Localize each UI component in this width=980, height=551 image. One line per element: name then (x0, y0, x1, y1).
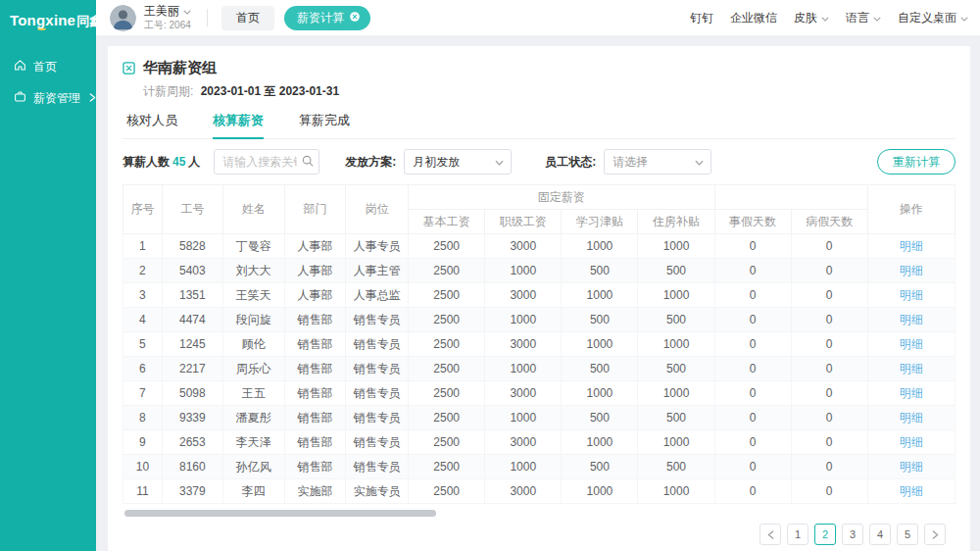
status-select[interactable]: 请选择 (604, 149, 711, 175)
sidebar-item-payroll[interactable]: 薪资管理 (0, 83, 96, 113)
cell-department: 销售部 (284, 357, 346, 381)
cell-department: 人事部 (284, 234, 346, 259)
cell-personal-leave-days: 0 (714, 332, 791, 357)
cell-name: 孙亿风 (222, 455, 284, 479)
col-name: 姓名 (222, 185, 284, 234)
table-row: 25403刘大大人事部人事主管2500100050050000明细 (123, 259, 956, 283)
page-title: 华南薪资组 (143, 59, 217, 77)
headcount-value: 45 (172, 155, 185, 169)
cell-study-allowance: 500 (562, 406, 638, 430)
cell-personal-leave-days: 0 (714, 308, 791, 332)
scrollbar-thumb[interactable] (124, 510, 436, 517)
cell-housing-allowance: 500 (638, 308, 714, 332)
search-icon[interactable] (302, 155, 314, 170)
user-menu[interactable]: 王美丽 (144, 5, 191, 18)
table-body: 15828丁曼容人事部人事专员250030001000100000明细25403… (123, 234, 956, 504)
cell-base-salary: 2500 (409, 455, 485, 479)
pay-period-value: 2023-01-01 至 2023-01-31 (201, 84, 339, 98)
close-circle-icon[interactable] (349, 11, 361, 25)
detail-link[interactable]: 明细 (900, 435, 923, 449)
detail-link[interactable]: 明细 (900, 460, 923, 474)
cell-grade-salary: 3000 (485, 381, 562, 406)
cell-housing-allowance: 1000 (638, 430, 714, 455)
cell-name: 丁曼容 (222, 234, 284, 259)
salary-group-icon[interactable] (122, 62, 135, 75)
tab-calc-salary[interactable]: 核算薪资 (213, 112, 264, 138)
cell-employee-no: 5828 (162, 234, 222, 259)
sidebar: Tongxine同鑫 首页 薪资管理 (0, 0, 96, 551)
next-page-button[interactable] (924, 524, 946, 545)
cell-actions: 明细 (867, 406, 955, 430)
cell-employee-no: 2217 (162, 357, 222, 381)
table-row: 62217周乐心销售部销售专员2500100050050000明细 (123, 357, 956, 381)
cell-employee-no: 5098 (162, 381, 222, 406)
sidebar-item-home[interactable]: 首页 (0, 52, 96, 81)
menu-dingtalk[interactable]: 钉钉 (690, 10, 713, 26)
home-icon (14, 59, 26, 75)
menu-custom-desktop[interactable]: 自定义桌面 (898, 10, 968, 26)
page-button-3[interactable]: 3 (842, 524, 863, 545)
plan-select[interactable]: 月初发放 (404, 149, 512, 175)
cell-base-salary: 2500 (409, 357, 485, 381)
col-group-fixed-salary: 固定薪资 (409, 185, 714, 210)
user-info: 王美丽 工号: 2064 (144, 5, 191, 30)
page-button-4[interactable]: 4 (869, 524, 891, 545)
cell-department: 销售部 (284, 381, 346, 406)
col-employee-no: 工号 (162, 185, 222, 234)
cell-grade-salary: 3000 (485, 430, 562, 455)
brand-logo[interactable]: Tongxine同鑫 (0, 0, 96, 30)
prev-page-button[interactable] (760, 524, 781, 545)
menu-language[interactable]: 语言 (846, 10, 881, 26)
detail-link[interactable]: 明细 (900, 484, 923, 498)
cell-study-allowance: 1000 (562, 234, 638, 259)
cell-index: 1 (123, 234, 163, 259)
tab-calc-done[interactable]: 算薪完成 (299, 112, 350, 138)
menu-skin[interactable]: 皮肤 (794, 10, 829, 26)
tab-verify-staff[interactable]: 核对人员 (126, 112, 177, 138)
cell-sick-leave-days: 0 (791, 308, 867, 332)
cell-position: 人事主管 (346, 259, 409, 283)
detail-link[interactable]: 明细 (900, 313, 923, 326)
chevron-down-icon (960, 11, 968, 25)
cell-name: 王笑天 (222, 283, 284, 308)
plan-select-value: 月初发放 (413, 154, 460, 171)
cell-actions: 明细 (867, 308, 955, 332)
cell-personal-leave-days: 0 (714, 479, 791, 504)
cell-index: 11 (123, 479, 163, 504)
detail-link[interactable]: 明细 (900, 288, 923, 302)
detail-link[interactable]: 明细 (900, 386, 923, 400)
cell-position: 销售专员 (346, 381, 409, 406)
page-button-5[interactable]: 5 (897, 524, 918, 545)
topbar-tab-home[interactable]: 首页 (221, 6, 274, 30)
detail-link[interactable]: 明细 (900, 264, 923, 277)
sidebar-item-label: 首页 (33, 59, 57, 75)
detail-link[interactable]: 明细 (900, 337, 923, 351)
cell-study-allowance: 500 (562, 357, 638, 381)
recalculate-button[interactable]: 重新计算 (877, 149, 956, 175)
col-department: 部门 (284, 185, 346, 234)
briefcase-icon (14, 90, 26, 106)
pay-period-label: 计薪周期: (143, 84, 193, 98)
avatar[interactable] (110, 5, 136, 31)
detail-link[interactable]: 明细 (900, 362, 923, 376)
cell-grade-salary: 1000 (485, 455, 562, 479)
detail-link[interactable]: 明细 (900, 239, 923, 253)
page-button-2-current[interactable]: 2 (814, 524, 836, 545)
detail-link[interactable]: 明细 (900, 411, 923, 425)
cell-base-salary: 2500 (409, 332, 485, 357)
cell-index: 8 (123, 406, 163, 430)
cell-personal-leave-days: 0 (714, 357, 791, 381)
cell-index: 6 (123, 357, 163, 381)
table-row: 31351王笑天人事部人事总监250030001000100000明细 (123, 283, 956, 308)
col-study-allowance: 学习津贴 (562, 210, 638, 234)
page-button-1[interactable]: 1 (787, 524, 808, 545)
topbar-tab-payroll-calc[interactable]: 薪资计算 (284, 6, 370, 30)
table-row: 92653李天泽销售部销售专员250030001000100000明细 (123, 430, 956, 455)
table-row: 15828丁曼容人事部人事专员250030001000100000明细 (123, 234, 956, 259)
cell-name: 周乐心 (222, 357, 284, 381)
menu-wecom[interactable]: 企业微信 (730, 10, 777, 26)
cell-grade-salary: 3000 (485, 234, 562, 259)
table-row: 89339潘夏彤销售部销售专员2500100050050000明细 (123, 406, 956, 430)
table-row: 75098王五销售部销售专员250030001000100000明细 (123, 381, 956, 406)
cell-actions: 明细 (867, 332, 955, 357)
